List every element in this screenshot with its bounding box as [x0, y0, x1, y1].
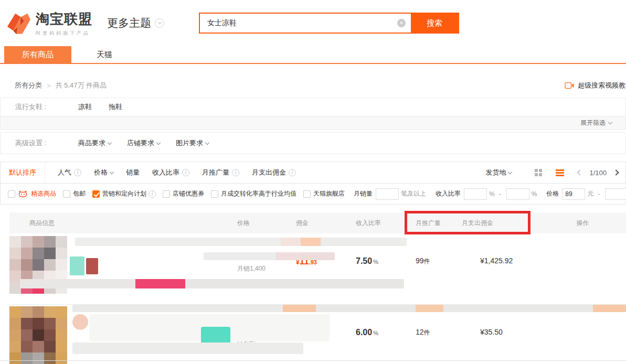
- video-camera-icon: [565, 82, 575, 89]
- sort-label: 人气: [58, 168, 71, 177]
- yuan-unit: 元: [587, 189, 593, 198]
- sort-price[interactable]: 价格: [94, 168, 113, 177]
- product-info-redacted[interactable]: [9, 305, 230, 364]
- list-view-icon[interactable]: [556, 169, 564, 176]
- sort-sales[interactable]: 销量: [126, 168, 140, 177]
- advanced-settings-label: 高级设置 :: [15, 138, 78, 148]
- logo-subtitle: 阿里妈妈旗下产品: [36, 30, 92, 37]
- checkbox-conversion-above-average[interactable]: 月成交转化率高于行业均值: [211, 189, 296, 198]
- info-icon[interactable]: [289, 169, 296, 176]
- checkbox[interactable]: [63, 190, 70, 198]
- bottom-divider: [0, 360, 626, 361]
- filter-option-sandals[interactable]: 凉鞋: [78, 102, 92, 112]
- range-dash: -: [598, 190, 600, 198]
- checkbox-label: 天猫旗舰店: [313, 189, 345, 198]
- dropdown-image-requirements[interactable]: 图片要求: [176, 138, 209, 148]
- product-info-redacted[interactable]: [9, 233, 230, 304]
- chevron-down-icon: [608, 120, 612, 124]
- monthly-payout-cell: ¥1,425.92: [455, 233, 539, 304]
- popular-filter-label: 流行女鞋 :: [15, 102, 78, 112]
- chevron-down-icon: [110, 169, 114, 174]
- table-row: ¥100.00 月销27 ¥6.00 6.00% 12件 ¥35.50: [9, 304, 626, 364]
- logo-title: 淘宝联盟: [36, 10, 92, 28]
- checkbox[interactable]: [163, 190, 170, 198]
- prev-page-icon[interactable]: [577, 169, 583, 175]
- top-header: 淘宝联盟 阿里妈妈旗下产品 更多主题 搜索: [0, 0, 626, 46]
- income-ratio-label: 收入比率: [436, 189, 461, 198]
- income-ratio-max-input[interactable]: [506, 188, 529, 200]
- result-count: 共 5.47万 件商品: [56, 81, 107, 90]
- breadcrumb-category[interactable]: 所有分类: [15, 81, 42, 90]
- action-cell: [539, 233, 626, 304]
- grid-view-icon[interactable]: [535, 169, 542, 176]
- dropdown-label: 商品要求: [78, 138, 105, 148]
- checkbox-tmall-flagship[interactable]: 天猫旗舰店: [303, 189, 345, 198]
- sort-default[interactable]: 默认排序: [1, 162, 45, 183]
- checkbox-shop-coupon[interactable]: 店铺优惠券: [163, 189, 204, 198]
- percent-unit: %: [489, 190, 495, 198]
- price-min-input[interactable]: [562, 188, 585, 200]
- checkbox-label: 精选商品: [31, 189, 56, 198]
- action-cell: [539, 305, 626, 364]
- annotation-highlight-box: [405, 211, 530, 234]
- more-topics-label: 更多主题: [107, 16, 151, 30]
- info-icon[interactable]: [182, 169, 189, 176]
- income-ratio-min-input[interactable]: [464, 188, 487, 200]
- col-product-info: 商品信息: [9, 212, 230, 233]
- checkbox-marketing-plan[interactable]: 营销和定向计划: [92, 189, 156, 198]
- info-icon[interactable]: [232, 169, 239, 176]
- video-tutorial-link[interactable]: 超级搜索视频教程: [565, 81, 626, 90]
- next-page-icon[interactable]: [613, 169, 619, 175]
- redacted-text-block: [86, 258, 98, 274]
- redacted-text-block: [75, 238, 407, 246]
- dropdown-product-requirements[interactable]: 商品要求: [78, 138, 111, 148]
- quick-filter-bar: 精选商品 包邮 营销和定向计划 店铺优惠券 月成交转化率高于行业均值 天猫旗舰店…: [0, 184, 626, 205]
- price-max-input[interactable]: [605, 188, 626, 200]
- popular-filter-row: 流行女鞋 : 凉鞋 拖鞋: [0, 98, 626, 116]
- product-image[interactable]: [9, 306, 67, 364]
- col-income-ratio: 收入比率: [343, 212, 401, 233]
- checkbox-label: 月成交转化率高于行业均值: [221, 189, 296, 198]
- redacted-text-block: [72, 305, 626, 312]
- chevron-down-icon: [508, 169, 512, 174]
- checkbox[interactable]: [211, 190, 218, 198]
- sort-bar: 默认排序 人气 价格 销量 收入比率 月推广量 月支出佣金 发货地 1/100: [0, 162, 626, 184]
- dropdown-shop-requirements[interactable]: 店铺要求: [127, 138, 160, 148]
- redacted-text-block: [70, 256, 84, 275]
- dropdown-label: 图片要求: [176, 138, 203, 148]
- filter-option-slippers[interactable]: 拖鞋: [109, 102, 122, 112]
- checkbox-free-shipping[interactable]: 包邮: [63, 189, 86, 198]
- breadcrumb-separator: >: [47, 82, 51, 90]
- more-topics-menu[interactable]: 更多主题: [107, 16, 164, 30]
- monthly-payout-cell: ¥35.50: [455, 305, 539, 364]
- monthly-sales-input[interactable]: [376, 188, 399, 200]
- info-icon[interactable]: [74, 169, 81, 176]
- taobao-union-logo[interactable]: 淘宝联盟 阿里妈妈旗下产品: [5, 10, 92, 37]
- breadcrumb-row: 所有分类 > 共 5.47万 件商品 超级搜索视频教程: [0, 80, 626, 91]
- results-table: 商品信息 价格 佣金 收入比率 月推广量 月支出佣金 操作: [9, 212, 626, 364]
- checkbox-featured-products[interactable]: 精选商品: [8, 189, 56, 198]
- expand-filters-toggle[interactable]: 展开筛选: [0, 116, 626, 130]
- info-icon[interactable]: [148, 190, 156, 198]
- ship-from-dropdown[interactable]: 发货地: [485, 168, 512, 177]
- checkbox-label: 营销和定向计划: [102, 189, 146, 198]
- checkbox[interactable]: [303, 190, 311, 198]
- search-button[interactable]: 搜索: [411, 14, 458, 33]
- tab-tmall[interactable]: 天猫: [79, 46, 130, 63]
- checkbox-label: 店铺优惠券: [173, 189, 204, 198]
- logo-text: 淘宝联盟 阿里妈妈旗下产品: [36, 10, 92, 37]
- redacted-text-block: [72, 314, 88, 330]
- checkbox-label: 包邮: [73, 189, 86, 198]
- col-price: 价格: [230, 212, 289, 233]
- sort-label: 月支出佣金: [252, 168, 286, 177]
- checkbox[interactable]: [8, 190, 15, 198]
- checkbox-checked[interactable]: [92, 190, 100, 198]
- sort-monthly-promo[interactable]: 月推广量: [202, 168, 239, 177]
- sort-income-ratio[interactable]: 收入比率: [152, 168, 189, 177]
- sort-monthly-payout[interactable]: 月支出佣金: [252, 168, 296, 177]
- page-indicator: 1/100: [589, 169, 607, 177]
- search-input[interactable]: [200, 14, 411, 33]
- sort-popularity[interactable]: 人气: [58, 168, 81, 177]
- redacted-text-block: [20, 279, 404, 288]
- tab-all-products[interactable]: 所有商品: [4, 46, 71, 63]
